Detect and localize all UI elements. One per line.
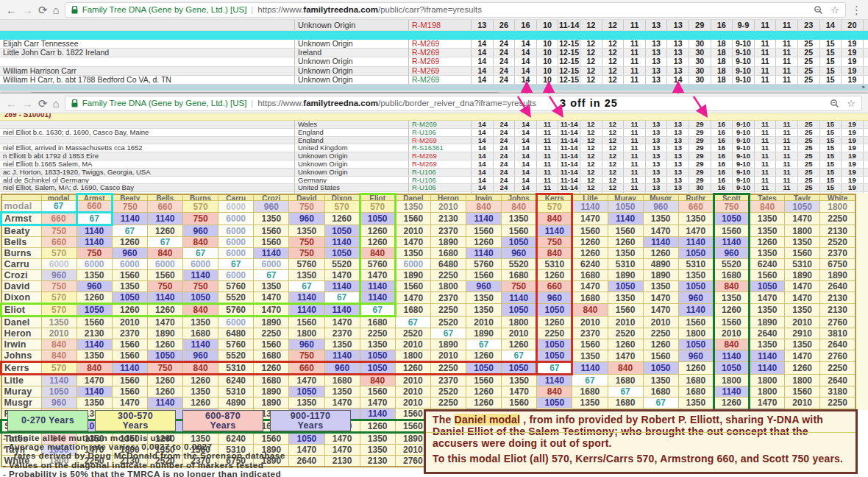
origin-cell: Ireland <box>295 49 409 57</box>
matrix-cell: 840 <box>77 362 112 375</box>
matrix-cell: 840 <box>183 362 218 375</box>
haplogroup-cell: R-M269 <box>409 49 472 57</box>
name-cell <box>0 137 295 144</box>
matrix-cell: 1260 <box>360 420 395 433</box>
matrix-cell: 1050 <box>643 362 678 375</box>
matrix-cell: 1260 <box>254 362 289 375</box>
matrix-cell: 960 <box>289 339 324 350</box>
marker-value: 14 <box>472 177 494 184</box>
forward-icon[interactable]: → <box>22 98 33 109</box>
matrix-cell: 660 <box>41 213 77 225</box>
marker-value: 11 <box>624 184 646 191</box>
matrix-cell: 1560 <box>395 213 430 225</box>
marker-value: 11 <box>776 137 798 144</box>
matrix-cell: 6000 <box>41 259 77 270</box>
marker-value: 11 <box>755 169 777 176</box>
matrix-cell: 1470 <box>360 398 395 409</box>
matrix-cell: 1260 <box>608 237 643 248</box>
marker-value: 13 <box>646 40 668 48</box>
matrix-cell: 1140 <box>324 281 360 292</box>
matrix-cell: 2010 <box>395 398 430 409</box>
marker-value: 14 <box>515 67 537 75</box>
matrix-cell: 1260 <box>466 237 502 248</box>
matrix-cell: 1140 <box>77 225 112 237</box>
matrix-cell: 6240 <box>750 259 785 270</box>
marker-value: 12 <box>602 49 625 57</box>
security-badge: Family Tree DNA (Gene by Gene, Ltd.) [US… <box>82 5 247 14</box>
matrix-cell: 1050 <box>324 248 360 259</box>
marker-value: 24 <box>494 137 516 144</box>
url-separator: | <box>251 99 253 107</box>
marker-value: 11 <box>776 40 798 48</box>
marker-value: 30 <box>864 177 868 184</box>
matrix-cell: 1140 <box>77 386 112 398</box>
marker-value: 11 <box>776 160 798 168</box>
origin-cell: Unknown Origin <box>295 67 409 75</box>
url-bar[interactable]: Family Tree DNA (Gene by Gene, Ltd.) [US… <box>65 96 862 111</box>
refresh-icon[interactable]: ⟳ <box>38 4 48 15</box>
matrix-cell: 750 <box>77 248 112 259</box>
marker-value: 14 <box>820 20 842 30</box>
marker-value: 12 <box>602 169 625 176</box>
matrix-cell: 1890 <box>395 270 430 281</box>
origin-cell: Unknown Origin <box>295 20 409 30</box>
matrix-column-header-clipped: Kerrs <box>537 194 572 201</box>
matrix-cell: 1560 <box>714 225 749 237</box>
marker-value: 24 <box>494 121 516 128</box>
matrix-cell: 2010 <box>572 317 608 328</box>
matrix-cell: 840 <box>466 201 502 213</box>
marker-value: 19 <box>842 144 864 152</box>
marker-value: 29 <box>864 137 868 144</box>
marker-value: 11 <box>776 169 798 176</box>
matrix-cell: 5760 <box>289 259 324 270</box>
bookmark-star-icon[interactable]: ☆ <box>830 4 839 15</box>
matrix-cell: 1350 <box>77 398 112 409</box>
matrix-cell: 570 <box>41 362 77 375</box>
home-icon[interactable]: ⌂ <box>53 98 60 109</box>
marker-value: 13 <box>667 67 689 75</box>
matrix-column-header-clipped: Musgr <box>643 194 678 201</box>
matrix-cell: 1260 <box>147 339 182 350</box>
matrix-cell: 67 <box>430 328 466 339</box>
forward-icon[interactable]: → <box>22 4 33 15</box>
matrix-cell: 1470 <box>324 317 360 328</box>
menu-icon[interactable]: ⋮ <box>851 4 862 15</box>
back-icon[interactable]: ← <box>6 98 17 109</box>
expand-right-icon[interactable]: ▸ <box>862 84 865 90</box>
matrix-cell: 2520 <box>608 328 643 339</box>
marker-value: 19 <box>842 169 864 176</box>
matrix-cell: 2010 <box>466 317 502 328</box>
home-icon[interactable]: ⌂ <box>53 4 60 15</box>
zoom-icon[interactable] <box>814 5 823 15</box>
matrix-cell: 2760 <box>820 350 855 362</box>
matrix-cell: 5520 <box>324 259 360 270</box>
matrix-cell: 1260 <box>714 304 749 317</box>
marker-value: 24 <box>494 144 516 152</box>
back-icon[interactable]: ← <box>6 4 17 15</box>
matrix-cell: 1350 <box>289 225 324 237</box>
matrix-cell: 6000 <box>218 248 254 259</box>
zoom-icon[interactable] <box>830 99 839 108</box>
matrix-cell: 1800 <box>750 386 785 398</box>
matrix-row-label: Kerrs <box>1 362 42 375</box>
matrix-cell: 2250 <box>254 328 289 339</box>
marker-value: 16 <box>711 20 733 30</box>
refresh-icon[interactable]: ⟳ <box>38 98 48 109</box>
marker-value: 11 <box>755 152 777 160</box>
matrix-row-label: Muray <box>1 386 42 398</box>
matrix-cell: 1350 <box>678 270 714 281</box>
matrix-cell: 1260 <box>112 237 147 248</box>
matrix-cell: 1140 <box>324 350 360 362</box>
name-cell: n Elliott b abt 1792 d 1853 Eire <box>0 152 295 160</box>
matrix-cell: 1140 <box>502 292 537 304</box>
matrix-cell: 1890 <box>254 317 289 328</box>
marker-value: 19 <box>842 160 864 168</box>
bookmark-star-icon[interactable]: ☆ <box>847 98 855 109</box>
matrix-cell: 6000 <box>218 213 254 225</box>
matrix-cell: 1680 <box>608 375 643 386</box>
matrix-cell: 1260 <box>643 248 678 259</box>
marker-value: 16 <box>711 160 733 168</box>
marker-value: 11 <box>755 177 777 184</box>
url-bar[interactable]: Family Tree DNA (Gene by Gene, Ltd.) [US… <box>65 2 846 18</box>
matrix-cell: 1680 <box>572 292 608 304</box>
